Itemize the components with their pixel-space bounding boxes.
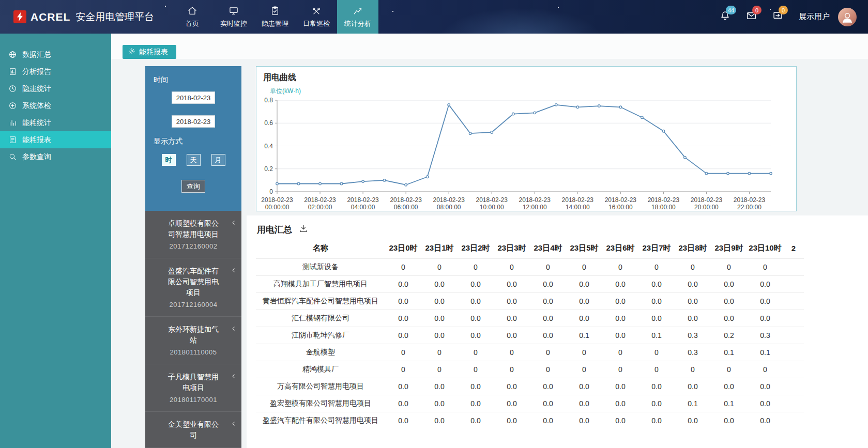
sidebar-item-hazard-statistics[interactable]: 隐患统计 xyxy=(0,80,111,97)
row-value: 0.0 xyxy=(602,327,638,344)
row-value: 0.0 xyxy=(566,378,602,395)
query-button[interactable]: 查询 xyxy=(181,180,205,193)
sidebar: 数据汇总分析报告隐患统计系统体检能耗统计能耗报表参数查询 xyxy=(0,34,111,448)
nav-item-statistics-analysis[interactable]: 统计分析 xyxy=(337,0,378,34)
nav-item-realtime-monitor[interactable]: 实时监控 xyxy=(213,0,254,34)
tab-energy-report[interactable]: 能耗报表 xyxy=(123,45,176,59)
row-value: 0.3 xyxy=(747,327,783,344)
mode-button-hour[interactable]: 时 xyxy=(162,154,176,166)
date-to-input[interactable] xyxy=(172,115,215,128)
messages-button[interactable]: 0 xyxy=(746,10,757,23)
row-value: 0.0 xyxy=(602,378,638,395)
report-gear-icon xyxy=(128,48,135,56)
row-value: 0.0 xyxy=(566,412,602,429)
collapse-chevron[interactable] xyxy=(230,373,237,380)
date-from-input[interactable] xyxy=(172,91,215,104)
row-value: 0.0 xyxy=(421,275,458,292)
svg-text:2018-02-23: 2018-02-23 xyxy=(691,196,723,204)
row-value: 0.0 xyxy=(421,412,458,429)
row-value: 0.0 xyxy=(675,292,711,310)
svg-text:2018-02-23: 2018-02-23 xyxy=(347,196,379,204)
project-list-item[interactable]: 东外环新捷加气站201801110005 xyxy=(145,317,241,364)
project-code: 201801110005 xyxy=(159,347,228,358)
row-value: 0.1 xyxy=(711,344,747,361)
collapse-chevron[interactable] xyxy=(230,325,237,332)
svg-text:0.4: 0.4 xyxy=(264,143,273,150)
user-avatar[interactable] xyxy=(838,8,857,26)
sidebar-item-data-summary[interactable]: 数据汇总 xyxy=(0,46,111,63)
row-value: 0.0 xyxy=(638,310,675,327)
nav-item-hazard-management[interactable]: 隐患管理 xyxy=(254,0,296,34)
sidebar-item-energy-report[interactable]: 能耗报表 xyxy=(0,131,111,148)
nav-item-home[interactable]: 首页 xyxy=(172,0,213,34)
project-list-item[interactable]: 卓顺塑模有限公司智慧用电项目201712160002 xyxy=(145,211,241,258)
chart-unit-label: 单位(kW·h) xyxy=(270,87,796,96)
gear-icon xyxy=(128,48,135,55)
svg-text:00:00:00: 00:00:00 xyxy=(265,204,290,211)
bars-icon xyxy=(8,118,17,127)
header-right: 44 0 0 展示用户 xyxy=(720,0,868,34)
sidebar-item-label: 隐患统计 xyxy=(22,84,51,94)
sidebar-item-parameter-query[interactable]: 参数查询 xyxy=(0,148,111,165)
row-name: 汇仁模钢有限公司 xyxy=(256,310,385,327)
table-row: 精鸿模具厂00000000000 xyxy=(256,361,804,378)
row-value: 0.3 xyxy=(675,327,711,344)
stats-icon xyxy=(353,6,363,16)
summary-header: 用电汇总 xyxy=(257,224,308,236)
row-value: 0.0 xyxy=(747,395,783,412)
collapse-chevron[interactable] xyxy=(230,267,237,274)
column-header: 名称 xyxy=(256,239,385,258)
nav-label: 实时监控 xyxy=(220,19,247,28)
project-list-item[interactable]: 金美塑业有限公司 xyxy=(145,412,241,447)
sidebar-item-label: 能耗报表 xyxy=(22,135,51,145)
nav-item-daily-inspection[interactable]: 日常巡检 xyxy=(296,0,337,34)
row-value: 0.0 xyxy=(421,310,458,327)
svg-text:16:00:00: 16:00:00 xyxy=(608,204,633,211)
person-icon xyxy=(841,11,854,24)
row-value: 0.0 xyxy=(421,327,458,344)
row-value: 0.0 xyxy=(638,275,675,292)
row-value: 0.0 xyxy=(711,310,747,327)
download-button[interactable] xyxy=(299,224,308,236)
project-code: 201801170001 xyxy=(159,395,228,405)
row-value xyxy=(783,292,804,310)
notifications-bell-button[interactable]: 44 xyxy=(720,10,730,23)
collapse-chevron[interactable] xyxy=(230,219,237,226)
table-row: 黄岩恒辉汽车配件公司智慧用电项目0.00.00.00.00.00.00.00.0… xyxy=(256,292,804,310)
row-value: 0.0 xyxy=(711,275,747,292)
svg-text:2018-02-23: 2018-02-23 xyxy=(476,196,508,204)
svg-text:2018-02-23: 2018-02-23 xyxy=(648,196,680,204)
row-value: 0.0 xyxy=(385,310,421,327)
project-list-item[interactable]: 子凡模具智慧用电项目201801170001 xyxy=(145,364,241,412)
mode-button-month[interactable]: 月 xyxy=(211,154,225,166)
row-value: 0.0 xyxy=(494,378,530,395)
svg-text:08:00:00: 08:00:00 xyxy=(437,204,461,211)
table-row: 盈盛汽车配件有限公司智慧用电项目0.00.00.00.00.00.00.00.0… xyxy=(256,412,804,429)
summary-table: 名称23日0时23日1时23日2时23日3时23日4时23日5时23日6时23日… xyxy=(256,239,804,429)
row-value: 0.1 xyxy=(675,395,711,412)
person-icon xyxy=(841,11,854,26)
row-value: 0 xyxy=(385,361,421,378)
project-list-item[interactable]: 盈盛汽车配件有限公司智慧用电项目201712160004 xyxy=(145,258,241,317)
screen-button[interactable]: 0 xyxy=(772,10,783,23)
table-header-row: 名称23日0时23日1时23日2时23日3时23日4时23日5时23日6时23日… xyxy=(256,239,804,258)
row-value: 0.0 xyxy=(530,310,566,327)
sidebar-item-analysis-report[interactable]: 分析报告 xyxy=(0,63,111,80)
home-icon xyxy=(187,6,197,16)
row-value: 0.0 xyxy=(747,310,783,327)
top-header: ACREL 安全用电管理平台 首页实时监控隐患管理日常巡检统计分析 44 0 0… xyxy=(0,0,868,34)
svg-text:18:00:00: 18:00:00 xyxy=(651,204,676,211)
chevleft-icon xyxy=(230,420,237,427)
row-value: 0.0 xyxy=(530,395,566,412)
row-value: 0.0 xyxy=(566,395,602,412)
row-value: 0.0 xyxy=(602,275,638,292)
svg-text:2018-02-23: 2018-02-23 xyxy=(304,196,336,204)
row-value: 0.0 xyxy=(530,275,566,292)
sidebar-item-system-checkup[interactable]: 系统体检 xyxy=(0,97,111,114)
row-value: 0.0 xyxy=(458,327,494,344)
collapse-chevron[interactable] xyxy=(230,420,237,427)
mode-button-day[interactable]: 天 xyxy=(187,154,201,166)
table-row: 盈宏塑模有限公司智慧用电项目0.00.00.00.00.00.00.00.00.… xyxy=(256,395,804,412)
sidebar-item-energy-statistics[interactable]: 能耗统计 xyxy=(0,114,111,131)
download-icon xyxy=(299,224,308,236)
